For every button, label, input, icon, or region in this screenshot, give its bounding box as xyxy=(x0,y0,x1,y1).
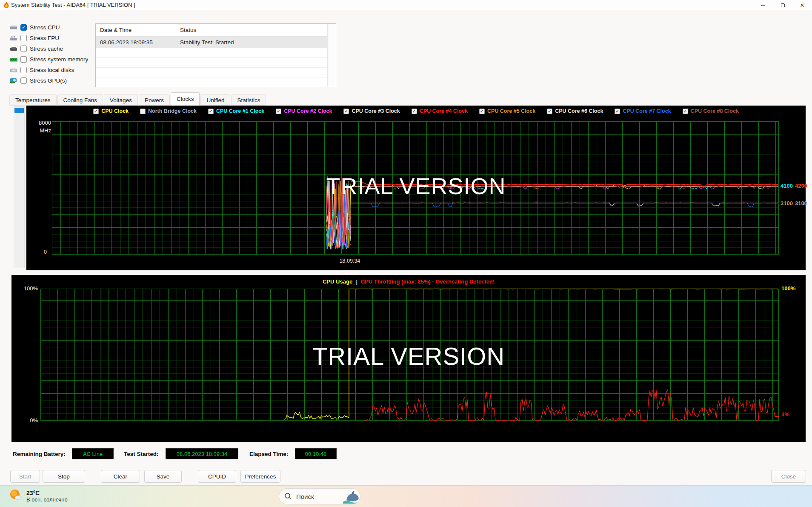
stress-option[interactable]: 123 Stress FPU xyxy=(9,33,88,43)
legend-checkbox[interactable]: ✓ xyxy=(276,109,281,114)
table-scrollbar[interactable] xyxy=(327,24,336,87)
stress-option[interactable]: ✓ Stress CPU xyxy=(9,22,88,33)
legend-item[interactable]: North Bridge Clock xyxy=(140,108,197,114)
weather-icon xyxy=(8,487,23,504)
table-row[interactable] xyxy=(96,77,336,87)
stress-checkbox[interactable] xyxy=(20,35,27,41)
legend-checkbox[interactable]: ✓ xyxy=(479,109,485,114)
usage-title: CPU Usage xyxy=(323,278,352,285)
stress-option[interactable]: Stress cache xyxy=(9,43,88,54)
scrollbar-thumb[interactable] xyxy=(14,108,24,113)
stress-option-label: Stress cache xyxy=(30,46,63,52)
stress-option-label: Stress local disks xyxy=(30,67,74,73)
cache-icon xyxy=(9,46,20,52)
legend-item[interactable]: ✓ CPU Core #1 Clock xyxy=(208,108,264,114)
stop-button[interactable]: Stop xyxy=(43,470,85,483)
legend-checkbox[interactable]: ✓ xyxy=(412,109,417,114)
legend-label: North Bridge Clock xyxy=(148,108,197,114)
current-clock-value: 3100 xyxy=(795,200,807,206)
button-row: Start Stop Clear Save CPUID Preferences … xyxy=(0,465,812,485)
aida64-flame-icon xyxy=(3,2,9,10)
legend-label: CPU Clock xyxy=(101,108,129,114)
legend-checkbox[interactable]: ✓ xyxy=(547,109,552,114)
legend-checkbox[interactable]: ✓ xyxy=(615,109,620,114)
stress-option[interactable]: Stress GPU(s) xyxy=(9,75,88,86)
current-values-row-2: 31003100 xyxy=(781,200,807,206)
tab-temperatures[interactable]: Temperatures xyxy=(9,95,57,106)
legend-checkbox[interactable]: ✓ xyxy=(208,109,214,114)
tab-powers[interactable]: Powers xyxy=(139,95,170,106)
stress-checkbox[interactable] xyxy=(20,56,27,63)
app-window: System Stability Test - AIDA64 [ TRIAL V… xyxy=(0,0,812,485)
legend-item[interactable]: ✓ CPU Core #3 Clock xyxy=(343,108,400,114)
current-clock-value: 3100 xyxy=(781,200,793,206)
search-placeholder: Поиск xyxy=(296,493,343,500)
start-button[interactable]: Start xyxy=(10,470,40,483)
table-row[interactable] xyxy=(96,67,336,77)
tab-clocks[interactable]: Clocks xyxy=(171,92,200,106)
chart-scale-scrollbar[interactable] xyxy=(14,106,25,268)
tab-statistics[interactable]: Statistics xyxy=(231,95,266,106)
current-clock-value: 4200 xyxy=(795,183,807,189)
battery-label: Remaining Battery: xyxy=(13,448,66,459)
legend-item[interactable]: ✓ CPU Core #6 Clock xyxy=(547,108,603,114)
legend-item[interactable]: ✓ CPU Core #2 Clock xyxy=(276,108,332,114)
legend-label: CPU Core #2 Clock xyxy=(284,108,332,114)
fpu-icon: 123 xyxy=(9,35,20,42)
stress-option[interactable]: Stress local disks xyxy=(9,65,88,75)
time-marker-label: 18:09:34 xyxy=(332,258,368,264)
stress-option-label: Stress GPU(s) xyxy=(30,77,67,84)
legend-item[interactable]: ✓ CPU Clock xyxy=(93,108,129,114)
usage-y-bottom-label: 0% xyxy=(19,417,38,424)
elapsed-value: 00:10:48 xyxy=(295,448,337,459)
save-button[interactable]: Save xyxy=(144,470,182,483)
legend-item[interactable]: ✓ CPU Core #7 Clock xyxy=(615,108,671,114)
cpuid-button[interactable]: CPUID xyxy=(198,470,236,483)
whale-icon xyxy=(343,489,360,504)
weather-temp: 23°C xyxy=(26,490,68,496)
stress-option-label: Stress system memory xyxy=(30,56,88,63)
table-row[interactable]: 08.06.2023 18:09:35 Stability Test: Star… xyxy=(96,37,336,48)
stress-option[interactable]: Stress system memory xyxy=(9,54,88,65)
legend-item[interactable]: ✓ CPU Core #8 Clock xyxy=(683,108,739,114)
preferences-button[interactable]: Preferences xyxy=(240,470,280,483)
stress-checkbox[interactable] xyxy=(20,46,27,52)
tab-unified[interactable]: Unified xyxy=(200,95,230,106)
legend-checkbox[interactable]: ✓ xyxy=(93,109,99,114)
table-row[interactable] xyxy=(96,57,336,67)
close-dialog-button[interactable]: Close xyxy=(771,470,806,483)
legend-item[interactable]: ✓ CPU Core #5 Clock xyxy=(479,108,535,114)
usage-chart-panel: CPU Usage | CPU Throttling (max: 25%) - … xyxy=(11,275,806,442)
memory-icon xyxy=(9,57,20,63)
table-row[interactable] xyxy=(96,48,336,57)
tab-cooling-fans[interactable]: Cooling Fans xyxy=(57,95,103,106)
title-separator: | xyxy=(356,278,357,285)
legend-checkbox[interactable]: ✓ xyxy=(683,109,688,114)
legend-label: CPU Core #8 Clock xyxy=(691,108,739,114)
taskbar: 23°C В осн. солнечно Поиск 64 xyxy=(0,485,812,507)
stress-checkbox[interactable] xyxy=(20,77,27,84)
clear-button[interactable]: Clear xyxy=(101,470,140,483)
usage-chart-title: CPU Usage | CPU Throttling (max: 25%) - … xyxy=(11,278,806,285)
maximize-button[interactable] xyxy=(773,0,792,10)
legend-item[interactable]: ✓ CPU Core #4 Clock xyxy=(412,108,468,114)
legend-checkbox[interactable] xyxy=(140,109,146,114)
search-box[interactable]: Поиск xyxy=(279,488,360,504)
close-button[interactable]: ✕ xyxy=(792,0,812,10)
usage-current-value: 100% xyxy=(781,285,795,292)
cell-datetime: 08.06.2023 18:09:35 xyxy=(96,39,176,46)
trial-watermark: TRIAL VERSION xyxy=(312,342,505,370)
legend-label: CPU Core #6 Clock xyxy=(555,108,603,114)
weather-widget[interactable]: 23°C В осн. солнечно xyxy=(8,487,68,504)
tab-voltages[interactable]: Voltages xyxy=(104,95,138,106)
test-started-label: Test Started: xyxy=(124,448,159,459)
current-clock-value: 4100 xyxy=(781,183,793,189)
minimize-button[interactable] xyxy=(753,0,773,10)
stress-checkbox[interactable] xyxy=(20,67,27,73)
column-header-status: Status xyxy=(176,27,336,33)
elapsed-label: Elapsed Time: xyxy=(249,448,288,459)
stress-checkbox[interactable]: ✓ xyxy=(20,24,27,31)
stress-options-list: ✓ Stress CPU 123 Stress FPU Stress cache… xyxy=(9,22,88,86)
window-title: System Stability Test - AIDA64 [ TRIAL V… xyxy=(11,2,135,8)
legend-checkbox[interactable]: ✓ xyxy=(343,109,349,114)
